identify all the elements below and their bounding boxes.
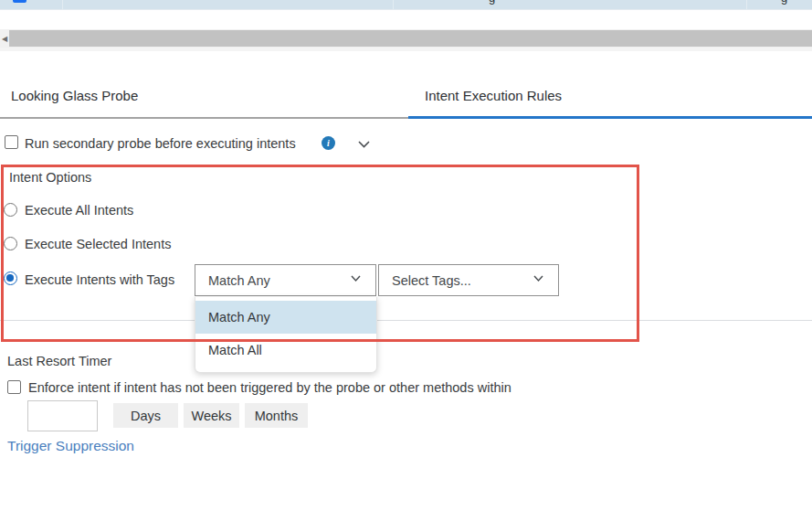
scroll-left-arrow-icon[interactable]: ◀ [0,29,9,48]
intent-options-title: Intent Options [9,170,91,185]
run-secondary-probe-label: Run secondary probe before executing int… [25,136,296,151]
column-divider [62,0,63,10]
section-divider [0,320,812,321]
match-mode-dropdown: Match Any Match All [195,297,377,373]
dropdown-option-match-any[interactable]: Match Any [195,301,376,334]
tab-looking-glass-probe[interactable]: Looking Glass Probe [11,88,138,103]
column-divider [746,0,747,10]
match-mode-select-value: Match Any [208,273,270,288]
intent-execution-rules-page: g g ◀ Looking Glass Probe Intent Executi… [0,0,812,532]
chevron-down-icon[interactable] [356,136,372,152]
inactive-tab-underline [0,117,408,119]
radio-execute-all-intents-label: Execute All Intents [25,203,133,218]
radio-execute-intents-with-tags[interactable] [4,271,17,285]
weeks-button[interactable]: Weeks [184,403,239,428]
clipped-selection-indicator [13,0,26,3]
radio-execute-all-intents[interactable] [4,203,17,217]
radio-execute-intents-with-tags-label: Execute Intents with Tags [25,272,174,287]
horizontal-scrollbar-thumb[interactable] [9,30,812,47]
run-secondary-probe-checkbox[interactable] [5,135,18,149]
last-resort-timer-title: Last Resort Timer [7,354,111,368]
enforce-intent-checkbox[interactable] [7,380,21,394]
select-tags-select[interactable]: Select Tags... [378,264,559,296]
radio-execute-selected-intents[interactable] [4,237,17,250]
radio-execute-selected-intents-label: Execute Selected Intents [25,237,171,251]
match-mode-select[interactable]: Match Any [195,264,376,296]
dropdown-option-match-all[interactable]: Match All [195,334,376,367]
months-button[interactable]: Months [245,403,308,428]
trigger-suppression-link[interactable]: Trigger Suppression [7,438,134,454]
select-tags-placeholder: Select Tags... [392,273,471,288]
chevron-down-icon [532,271,545,289]
tab-intent-execution-rules[interactable]: Intent Execution Rules [425,88,562,103]
active-tab-underline [408,116,812,119]
column-divider [393,0,394,10]
info-icon[interactable]: i [322,136,335,150]
days-button[interactable]: Days [113,403,178,428]
chevron-down-icon [349,271,363,289]
timer-value-input[interactable] [27,400,98,431]
clipped-header-text: g [781,0,792,10]
enforce-intent-label: Enforce intent if intent has not been tr… [28,380,511,395]
panel-background-strip [0,48,812,51]
clipped-header-text: g [489,0,500,10]
horizontal-scrollbar[interactable]: ◀ [0,29,812,48]
clipped-table-header-strip: g g [0,0,812,10]
